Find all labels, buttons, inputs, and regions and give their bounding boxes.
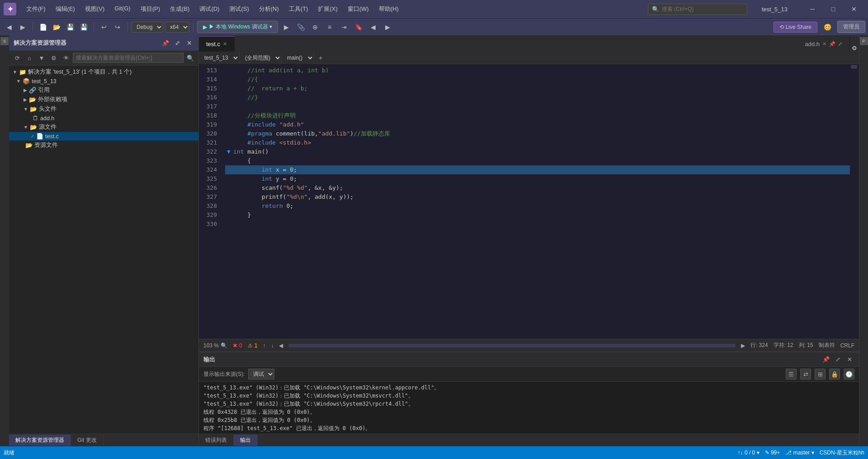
- tab-addh[interactable]: add.h ✕ 📌 ⤢: [797, 36, 850, 52]
- output-source-select[interactable]: 调试: [248, 369, 274, 379]
- output-clear-button[interactable]: ☰: [786, 369, 797, 379]
- code-line-316[interactable]: //}: [225, 93, 850, 102]
- admin-button[interactable]: 管理员: [837, 21, 865, 33]
- menu-test[interactable]: 测试(S): [225, 3, 253, 15]
- maximize-button[interactable]: □: [823, 0, 844, 18]
- code-line-330[interactable]: [225, 220, 850, 229]
- se-search-input[interactable]: [73, 53, 184, 63]
- scroll-left-button[interactable]: ◀: [279, 342, 283, 349]
- nav-prev-button[interactable]: ◀: [367, 21, 379, 33]
- minimize-button[interactable]: ─: [802, 0, 823, 18]
- undo-button[interactable]: ↩: [98, 21, 110, 33]
- code-line-318[interactable]: //分模块进行声明: [225, 111, 850, 120]
- code-line-320[interactable]: #pragma comment(lib,"add.lib")//加载静态库: [225, 129, 850, 138]
- tab-output[interactable]: 输出: [234, 435, 258, 446]
- menu-debug[interactable]: 调试(D): [195, 3, 224, 15]
- code-line-328[interactable]: return 0;: [225, 201, 850, 211]
- code-line-326[interactable]: scanf("%d %d", &x, &y);: [225, 183, 850, 192]
- code-line-329[interactable]: }: [225, 211, 850, 220]
- menu-analyze[interactable]: 分析(N): [255, 3, 283, 15]
- tree-resources[interactable]: 📂 资源文件: [9, 141, 198, 150]
- editor-settings-btn[interactable]: ⚙: [850, 45, 859, 52]
- se-search-button[interactable]: 🔍: [185, 52, 196, 63]
- output-settings-button[interactable]: ⊞: [815, 369, 826, 379]
- bookmark-button[interactable]: 🔖: [352, 21, 365, 33]
- menu-help[interactable]: 帮助(H): [374, 3, 403, 15]
- close-button[interactable]: ✕: [844, 0, 864, 18]
- tab-testc[interactable]: test.c ✕: [199, 36, 235, 52]
- format-button[interactable]: ⇥: [338, 21, 350, 33]
- code-line-325[interactable]: int y = 0;: [225, 174, 850, 183]
- code-line-314[interactable]: //{: [225, 75, 850, 84]
- code-line-323[interactable]: {: [225, 156, 850, 165]
- tab-solution-explorer[interactable]: 解决方案资源管理器: [9, 435, 71, 446]
- more-debug-btn[interactable]: ⊕: [309, 21, 321, 33]
- menu-tools[interactable]: 工具(T): [284, 3, 313, 15]
- eol-style[interactable]: CRLF: [840, 342, 854, 349]
- scrollbar-thumb[interactable]: [851, 65, 857, 69]
- tree-addh[interactable]: 🗒 add.h: [9, 114, 198, 122]
- code-line-324[interactable]: int x = 0;: [225, 165, 850, 174]
- debug-config-select[interactable]: Debug: [132, 22, 163, 33]
- output-close-button[interactable]: ✕: [844, 355, 854, 365]
- editor-scrollbar[interactable]: [850, 64, 859, 339]
- se-sync-button[interactable]: ⟳: [12, 52, 23, 63]
- code-editor[interactable]: //int add(int a, int b) //{ // return a …: [222, 64, 850, 339]
- output-clock-button[interactable]: 🕐: [844, 369, 854, 379]
- indent-style[interactable]: 制表符: [819, 342, 835, 349]
- code-line-321[interactable]: #include <stdio.h>: [225, 138, 850, 147]
- se-filter-button[interactable]: ▼: [36, 52, 47, 63]
- code-line-313[interactable]: //int add(int a, int b): [225, 66, 850, 75]
- debug-step-button[interactable]: ▶: [280, 21, 292, 33]
- new-file-button[interactable]: 📄: [37, 21, 49, 33]
- tab-git-changes[interactable]: Git 更改: [71, 435, 104, 446]
- scroll-right-button[interactable]: ▶: [741, 342, 745, 349]
- output-dock-button[interactable]: ⤢: [833, 355, 843, 365]
- attach-button[interactable]: 📎: [294, 21, 307, 33]
- se-close-button[interactable]: ✕: [184, 38, 194, 48]
- right-tab-1[interactable]: P: [860, 37, 868, 45]
- breadcrumb-scope-select[interactable]: (全局范围): [240, 52, 282, 64]
- se-home-button[interactable]: ⌂: [24, 52, 35, 63]
- output-wrap-button[interactable]: ⇄: [800, 369, 811, 379]
- tab-addh-close[interactable]: ✕: [822, 41, 826, 47]
- zoom-level[interactable]: 103 % 🔍: [203, 342, 227, 349]
- code-line-315[interactable]: // return a + b;: [225, 84, 850, 93]
- menu-file[interactable]: 文件(F): [22, 3, 50, 15]
- tree-source-files[interactable]: ▼ 📂 源文件: [9, 122, 198, 132]
- back-button[interactable]: ◀: [3, 21, 15, 33]
- menu-window[interactable]: 窗口(W): [343, 3, 373, 15]
- se-preview-button[interactable]: 👁: [61, 52, 71, 63]
- tree-solution-root[interactable]: ▼ 📁 解决方案 'test_5_13' (1 个项目，共 1 个): [9, 67, 198, 77]
- forward-button[interactable]: ▶: [16, 21, 29, 33]
- menu-view[interactable]: 视图(V): [80, 3, 109, 15]
- live-share-button[interactable]: ⟲ Live Share: [774, 22, 817, 33]
- feedback-button[interactable]: 😊: [821, 21, 834, 33]
- horizontal-scrollbar[interactable]: [288, 344, 736, 347]
- tab-addh-pin[interactable]: 📌: [829, 41, 835, 47]
- menu-project[interactable]: 项目(P): [136, 3, 165, 15]
- menu-extensions[interactable]: 扩展(X): [313, 3, 342, 15]
- tab-addh-dock[interactable]: ⤢: [838, 41, 842, 47]
- git-branch[interactable]: ⎇ master ▾: [785, 449, 814, 457]
- se-pin-button[interactable]: 📌: [160, 38, 170, 48]
- redo-button[interactable]: ↪: [111, 21, 124, 33]
- menu-git[interactable]: Git(G): [110, 3, 135, 15]
- tab-testc-close[interactable]: ✕: [223, 41, 227, 47]
- tree-testc[interactable]: ✓ 📄 test.c: [9, 132, 198, 141]
- indent-button[interactable]: ≡: [323, 21, 336, 33]
- breadcrumb-file-select[interactable]: test_5_13: [199, 52, 240, 64]
- se-dock-button[interactable]: ⤢: [172, 38, 182, 48]
- menu-build[interactable]: 生成(B): [165, 3, 194, 15]
- save-button[interactable]: 💾: [64, 21, 76, 33]
- code-line-327[interactable]: printf("%d\n", add(x, y));: [225, 192, 850, 201]
- output-pin-button[interactable]: 📌: [821, 355, 831, 365]
- run-debugger-button[interactable]: ▶ ▶ 本地 Windows 调试器 ▾: [197, 21, 278, 33]
- tree-headers[interactable]: ▼ 📂 头文件: [9, 104, 198, 114]
- output-lock-button[interactable]: 🔒: [829, 369, 840, 379]
- tree-project[interactable]: ▼ 📦 test_5_13: [9, 77, 198, 85]
- nav-up-button[interactable]: ↑: [263, 342, 265, 349]
- code-line-322[interactable]: ▼int main(): [225, 147, 850, 156]
- save-all-button[interactable]: 💾: [77, 21, 90, 33]
- tree-references[interactable]: ▶ 🔗 引用: [9, 85, 198, 95]
